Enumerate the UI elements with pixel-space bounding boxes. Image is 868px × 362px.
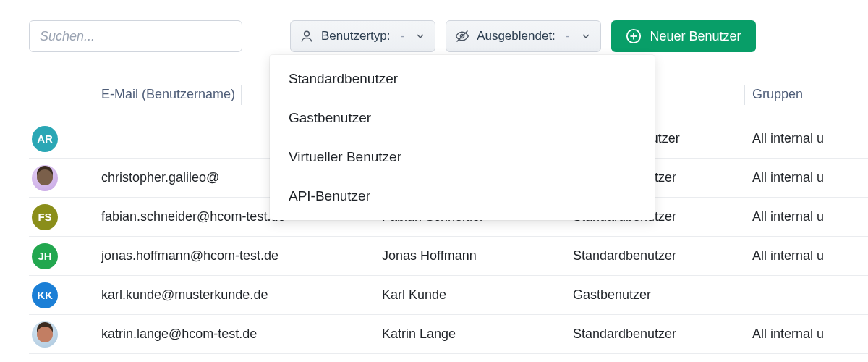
filter-usertype-value: - xyxy=(400,29,404,43)
cell-name: Katrin Lange xyxy=(382,327,573,342)
filter-hidden[interactable]: Ausgeblendet: - xyxy=(446,20,600,52)
chevron-down-icon xyxy=(414,30,426,42)
person-icon xyxy=(299,29,314,43)
col-groups-header[interactable]: Gruppen xyxy=(752,87,803,102)
dropdown-item[interactable]: Standardbenutzer xyxy=(270,59,655,98)
cell-groups: All internal u xyxy=(752,170,868,185)
avatar: FS xyxy=(32,204,58,230)
filter-usertype-label: Benutzertyp: xyxy=(321,29,390,43)
toolbar: Benutzertyp: - Ausgeblendet: - Neuer Ben… xyxy=(0,0,868,70)
filter-usertype[interactable]: Benutzertyp: - xyxy=(290,20,435,52)
dropdown-item[interactable]: API-Benutzer xyxy=(270,177,655,216)
new-user-button[interactable]: Neuer Benutzer xyxy=(611,20,756,52)
cell-usertype: Gastbenutzer xyxy=(573,287,752,303)
dropdown-item[interactable]: Virtueller Benutzer xyxy=(270,138,655,177)
avatar: AR xyxy=(32,126,58,152)
cell-groups: All internal u xyxy=(752,327,868,342)
avatar: JH xyxy=(32,243,58,269)
avatar xyxy=(32,165,58,191)
avatar xyxy=(32,321,58,348)
avatar: KK xyxy=(32,282,58,308)
cell-name: Karl Kunde xyxy=(382,287,573,303)
cell-email: katrin.lange@hcom-test.de xyxy=(101,327,382,342)
cell-groups: All internal u xyxy=(752,248,868,264)
svg-point-0 xyxy=(305,31,310,36)
new-user-label: Neuer Benutzer xyxy=(650,29,741,44)
table-row[interactable]: JHjonas.hoffmann@hcom-test.deJonas Hoffm… xyxy=(29,237,868,276)
cell-usertype: Standardbenutzer xyxy=(573,248,752,264)
cell-name: Jonas Hoffmann xyxy=(382,248,573,264)
filter-hidden-label: Ausgeblendet: xyxy=(477,29,556,43)
cell-email: jonas.hoffmann@hcom-test.de xyxy=(101,248,382,264)
plus-circle-icon xyxy=(626,28,642,44)
eye-off-icon xyxy=(455,29,469,43)
table-row[interactable]: katrin.lange@hcom-test.deKatrin LangeSta… xyxy=(29,315,868,354)
cell-groups: All internal u xyxy=(752,209,868,224)
table-row[interactable]: KKkarl.kunde@musterkunde.deKarl KundeGas… xyxy=(29,276,868,315)
cell-groups: All internal u xyxy=(752,131,868,146)
cell-email: karl.kunde@musterkunde.de xyxy=(101,287,382,303)
chevron-down-icon xyxy=(580,30,592,42)
usertype-dropdown: Standardbenutzer Gastbenutzer Virtueller… xyxy=(270,55,655,220)
filter-hidden-value: - xyxy=(566,29,570,43)
search-input[interactable] xyxy=(29,20,242,52)
col-email-header[interactable]: E-Mail (Benutzername) xyxy=(101,87,235,102)
cell-usertype: Standardbenutzer xyxy=(573,327,752,342)
dropdown-item[interactable]: Gastbenutzer xyxy=(270,98,655,138)
